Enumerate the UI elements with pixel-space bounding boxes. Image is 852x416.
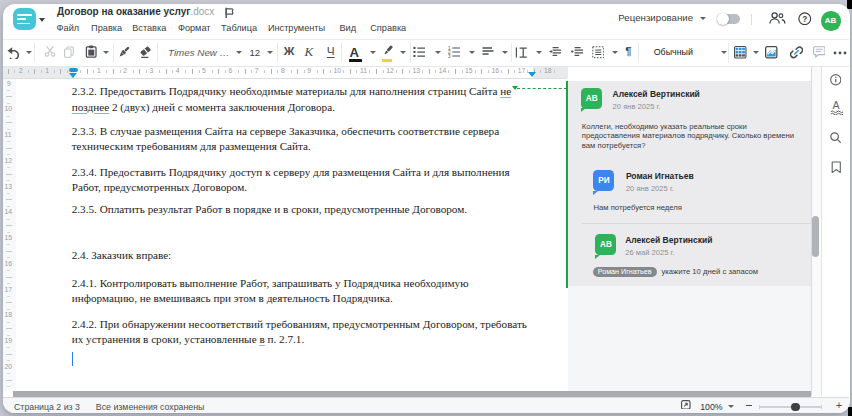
svg-text:3: 3 <box>448 54 451 58</box>
svg-text:?: ? <box>802 14 807 23</box>
svg-text:А: А <box>832 100 840 111</box>
